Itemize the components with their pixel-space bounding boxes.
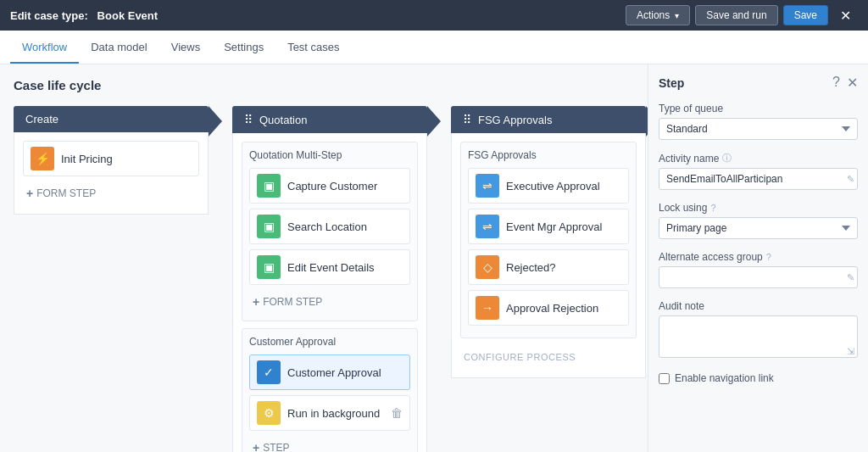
audit-note-textarea[interactable]: [659, 315, 858, 358]
alternate-access-group-input[interactable]: [659, 266, 858, 288]
enable-nav-link-row: Enable navigation link: [659, 372, 858, 384]
audit-note-wrapper: ⇲: [659, 315, 858, 360]
field-label-lock-using: Lock using ?: [659, 202, 858, 214]
step-icon-blue-split: ⇌: [476, 174, 499, 198]
tab-settings[interactable]: Settings: [212, 32, 275, 64]
grid-icon: ⠿: [463, 113, 471, 126]
step-approval-rejection[interactable]: → Approval Rejection: [468, 290, 629, 326]
add-form-step-create[interactable]: + FORM STEP: [23, 181, 199, 205]
column-body-fsg: FSG Approvals ⇌ Executive Approval ⇌ Eve…: [451, 133, 646, 378]
activity-name-input[interactable]: [659, 168, 858, 190]
tab-data-model[interactable]: Data model: [79, 32, 159, 64]
header-prefix: Edit case type:: [10, 9, 88, 22]
close-button[interactable]: ✕: [833, 4, 858, 27]
step-icon-yellow-gear: ⚙: [257, 401, 281, 425]
field-lock-using: Lock using ? Primary page Work page: [659, 202, 858, 239]
header-title: Edit case type: Book Event: [10, 9, 620, 22]
pipeline-columns: Create ⚡ Init Pricing + FORM STEP ⠿: [14, 106, 634, 452]
tab-bar: Workflow Data model Views Settings Test …: [0, 31, 868, 64]
panel-title: Step: [659, 76, 684, 90]
pipeline-header-quotation: ⠿ Quotation: [232, 106, 427, 133]
workflow-area: Case life cycle Create ⚡ Init Pricing + …: [0, 64, 648, 452]
actions-button[interactable]: Actions ▾: [626, 5, 690, 25]
plus-icon: +: [26, 187, 33, 200]
column-body-quotation: Quotation Multi-Step ▣ Capture Customer …: [232, 133, 427, 452]
step-capture-customer[interactable]: ▣ Capture Customer: [249, 168, 410, 204]
page-title: Case life cycle: [14, 78, 634, 92]
right-panel: Step ? ✕ Type of queue Standard Work Que…: [648, 64, 868, 452]
panel-icon-group: ? ✕: [832, 75, 858, 91]
step-icon-green: ▣: [257, 215, 281, 238]
tab-test-cases[interactable]: Test cases: [275, 32, 351, 64]
step-search-location[interactable]: ▣ Search Location: [249, 209, 410, 244]
step-icon-blue-check: ✓: [257, 360, 281, 384]
plus-icon: +: [253, 295, 259, 309]
lock-using-select[interactable]: Primary page Work page: [659, 217, 858, 239]
save-and-run-button[interactable]: Save and run: [695, 5, 777, 25]
column-create: Create ⚡ Init Pricing + FORM STEP: [14, 106, 209, 215]
field-activity-name: Activity name ⓘ ✎: [659, 152, 858, 190]
step-executive-approval[interactable]: ⇌ Executive Approval: [468, 168, 629, 204]
field-label-type-of-queue: Type of queue: [659, 103, 858, 114]
field-type-of-queue: Type of queue Standard Work Queue Automa…: [659, 103, 858, 140]
delete-icon[interactable]: 🗑: [391, 406, 403, 420]
case-type-name: Book Event: [97, 9, 159, 22]
enable-nav-link-checkbox[interactable]: [659, 373, 670, 384]
app-header: Edit case type: Book Event Actions ▾ Sav…: [0, 0, 868, 31]
resize-icon: ⇲: [847, 346, 854, 357]
type-of-queue-select[interactable]: Standard Work Queue Automated: [659, 118, 858, 140]
step-init-pricing[interactable]: ⚡ Init Pricing: [23, 141, 199, 176]
plus-icon: +: [253, 441, 259, 452]
pipeline-header-fsg: ⠿ FSG Approvals: [451, 106, 646, 133]
fsg-approvals-section: FSG Approvals ⇌ Executive Approval ⇌ Eve…: [460, 142, 637, 338]
tab-views[interactable]: Views: [159, 32, 212, 64]
step-icon-blue-split: ⇌: [476, 215, 499, 238]
step-run-in-background[interactable]: ⚙ Run in background 🗑: [249, 395, 410, 431]
step-customer-approval[interactable]: ✓ Customer Approval: [249, 354, 410, 390]
pipeline-header-create: Create: [14, 106, 209, 132]
field-label-alternate-access-group: Alternate access group ?: [659, 251, 858, 263]
alternate-access-group-wrapper: ✎: [659, 266, 858, 288]
save-button[interactable]: Save: [783, 5, 828, 25]
edit-icon: ✎: [847, 174, 854, 185]
column-quotation: ⠿ Quotation Quotation Multi-Step ▣ Captu…: [232, 106, 427, 452]
customer-approval-section: Customer Approval ✓ Customer Approval ⚙ …: [242, 328, 418, 452]
grid-icon: ⠿: [244, 113, 253, 126]
step-edit-event-details[interactable]: ▣ Edit Event Details: [249, 249, 410, 285]
tab-workflow[interactable]: Workflow: [10, 32, 79, 64]
step-icon-orange-arrow: →: [476, 296, 499, 320]
help-circle-icon[interactable]: ⓘ: [722, 152, 732, 165]
step-icon-orange-diamond: ◇: [476, 255, 499, 279]
quotation-multi-step-section: Quotation Multi-Step ▣ Capture Customer …: [242, 142, 418, 321]
help-circle-icon[interactable]: ?: [710, 203, 715, 213]
panel-header: Step ? ✕: [659, 75, 858, 91]
step-event-mgr-approval[interactable]: ⇌ Event Mgr Approval: [468, 209, 629, 244]
step-icon-green: ▣: [257, 255, 281, 279]
step-icon-green: ▣: [257, 174, 281, 198]
enable-nav-link-label: Enable navigation link: [675, 372, 774, 384]
field-label-activity-name: Activity name ⓘ: [659, 152, 858, 165]
chevron-down-icon: ▾: [675, 11, 679, 20]
field-alternate-access-group: Alternate access group ? ✎: [659, 251, 858, 288]
help-icon[interactable]: ?: [832, 75, 840, 91]
close-panel-icon[interactable]: ✕: [847, 75, 858, 91]
step-rejected[interactable]: ◇ Rejected?: [468, 249, 629, 285]
field-audit-note: Audit note ⇲: [659, 300, 858, 360]
step-icon-orange: ⚡: [31, 147, 54, 170]
column-body-create: ⚡ Init Pricing + FORM STEP: [14, 132, 209, 215]
help-circle-icon[interactable]: ?: [766, 252, 771, 262]
add-step-quotation[interactable]: + STEP: [249, 436, 410, 452]
field-label-audit-note: Audit note: [659, 300, 858, 312]
activity-name-wrapper: ✎: [659, 168, 858, 190]
column-fsg-approvals: ⠿ FSG Approvals FSG Approvals ⇌ Executiv…: [451, 106, 646, 378]
main-layout: Case life cycle Create ⚡ Init Pricing + …: [0, 64, 868, 452]
add-form-step-quotation[interactable]: + FORM STEP: [249, 290, 410, 314]
configure-process-link[interactable]: CONFIGURE PROCESS: [460, 345, 637, 369]
edit-icon: ✎: [847, 272, 854, 283]
